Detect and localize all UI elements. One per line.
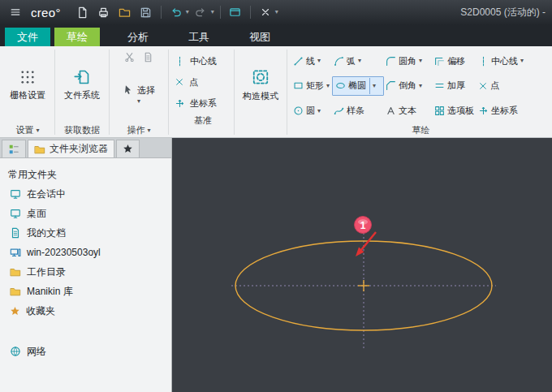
- ribbon-button-offset[interactable]: 偏移: [433, 51, 477, 71]
- close-window-icon[interactable]: [257, 3, 274, 21]
- point-icon: [175, 77, 184, 87]
- redo-chevron-icon[interactable]: ▾: [211, 9, 214, 15]
- open-icon[interactable]: [116, 3, 134, 21]
- sketch-canvas[interactable]: 1: [172, 138, 552, 392]
- datum-csys-button[interactable]: 坐标系: [175, 93, 231, 114]
- ribbon-tabbar: 文件 草绘 分析 工具 视图: [0, 24, 552, 46]
- tab-view[interactable]: 视图: [237, 28, 282, 46]
- construction-mode-icon: [252, 68, 270, 86]
- save-icon[interactable]: [137, 3, 155, 21]
- ribbon-group-settings: 栅格设置 设置 ▾: [2, 47, 54, 137]
- ribbon-button-spline[interactable]: 样条: [332, 101, 384, 121]
- ribbon-button-palette[interactable]: 选项板: [433, 101, 477, 121]
- chevron-down-icon: ▾: [36, 127, 39, 134]
- step-badge-number: 1: [360, 220, 366, 231]
- chevron-down-icon[interactable]: ▾: [137, 98, 140, 105]
- navigator-panel: 文件夹浏览器 常用文件夹 在会话中 桌面 我的文档 win-2023050: [0, 138, 172, 392]
- ribbon-button-label: 矩形: [306, 80, 324, 92]
- folder-item-computer[interactable]: win-20230503oyl: [0, 243, 171, 262]
- folder-item-network[interactable]: 网络: [0, 342, 171, 361]
- group-label-settings[interactable]: 设置 ▾: [2, 123, 54, 137]
- canvas-background: [172, 138, 552, 392]
- close-chevron-icon[interactable]: ▾: [275, 9, 278, 15]
- datum-centerline-button[interactable]: 中心线: [175, 50, 231, 71]
- datum-point-button[interactable]: 点: [175, 71, 231, 93]
- folder-item-label: 网络: [27, 345, 46, 359]
- ribbon-button-line[interactable]: 线 ▾: [291, 51, 332, 71]
- ribbon-button-point[interactable]: 点: [477, 76, 532, 96]
- ribbon-button-arc[interactable]: 弧 ▾: [332, 51, 384, 71]
- ribbon-divider: [287, 50, 287, 135]
- tab-analysis[interactable]: 分析: [115, 28, 161, 46]
- ribbon-button-label: 弧: [347, 55, 356, 67]
- tab-tools[interactable]: 工具: [176, 28, 222, 46]
- grid-settings-button[interactable]: 栅格设置: [2, 47, 54, 123]
- file-system-button[interactable]: 文件系统: [56, 47, 108, 123]
- datum-label: 坐标系: [190, 97, 217, 110]
- tab-model-tree[interactable]: [2, 140, 26, 157]
- file-system-label: 文件系统: [64, 89, 100, 101]
- ellipse-dropdown[interactable]: ▾: [369, 78, 378, 94]
- folder-item-label: Manikin 库: [27, 285, 73, 299]
- select-button[interactable]: 选择 ▾: [110, 65, 167, 123]
- ribbon-button-circle[interactable]: 圆 ▾: [291, 101, 332, 121]
- folder-item-manikin-library[interactable]: Manikin 库: [0, 282, 171, 301]
- print-icon[interactable]: [95, 3, 113, 21]
- group-label-text: 设置: [15, 124, 33, 136]
- chevron-down-icon[interactable]: ▾: [419, 58, 422, 64]
- tab-sketch[interactable]: 草绘: [54, 28, 100, 46]
- ribbon-button-ellipse[interactable]: 椭圆 ▾: [332, 76, 384, 96]
- chevron-down-icon[interactable]: ▾: [358, 58, 361, 64]
- undo-icon[interactable]: [167, 3, 185, 21]
- coordinate-system-icon: [175, 98, 185, 109]
- ribbon-button-fillet[interactable]: 圆角 ▾: [384, 51, 433, 71]
- folder-icon: [10, 286, 21, 297]
- ribbon-button-label: 线: [306, 55, 315, 67]
- cut-icon[interactable]: [124, 52, 135, 62]
- group-label-operations[interactable]: 操作 ▾: [110, 123, 167, 137]
- ribbon-button-label: 圆: [306, 105, 315, 117]
- folder-icon: [34, 144, 45, 155]
- menu-icon[interactable]: [6, 3, 24, 21]
- favorites-icon: [123, 144, 133, 154]
- document-title: S2D0005 (活动的) -: [460, 6, 546, 19]
- tab-folder-browser[interactable]: 文件夹浏览器: [28, 140, 114, 157]
- session-icon: [10, 188, 21, 200]
- file-system-icon: [74, 69, 90, 85]
- chevron-down-icon[interactable]: ▾: [326, 83, 330, 89]
- ribbon-divider: [234, 50, 235, 135]
- circle-icon: [293, 106, 304, 116]
- ribbon-button-chamfer[interactable]: 倒角 ▾: [384, 76, 433, 96]
- arc-icon: [334, 56, 344, 67]
- documents-icon: [10, 227, 21, 239]
- canvas-svg: 1: [172, 138, 552, 392]
- folder-item-desktop[interactable]: 桌面: [0, 204, 171, 223]
- window-icon[interactable]: [226, 3, 244, 21]
- chevron-down-icon[interactable]: ▾: [317, 108, 321, 114]
- construction-mode-button[interactable]: 构造模式: [235, 47, 286, 123]
- common-folders-header: 常用文件夹: [0, 165, 171, 184]
- ribbon-button-text[interactable]: 文本: [384, 101, 433, 121]
- construction-mode-label: 构造模式: [243, 90, 278, 102]
- tab-file[interactable]: 文件: [5, 28, 50, 46]
- ribbon-button-centerline[interactable]: 中心线 ▾: [477, 51, 532, 71]
- folder-item-my-documents[interactable]: 我的文档: [0, 223, 171, 243]
- folder-item-working-directory[interactable]: 工作目录: [0, 262, 171, 282]
- chevron-down-icon[interactable]: ▾: [317, 58, 321, 64]
- paste-icon[interactable]: [143, 52, 153, 62]
- undo-chevron-icon[interactable]: ▾: [186, 9, 189, 15]
- ribbon-button-csys[interactable]: 坐标系: [477, 101, 532, 121]
- tab-favorites[interactable]: [116, 140, 140, 157]
- new-file-icon[interactable]: [74, 3, 92, 21]
- coordinate-system-icon: [478, 106, 489, 116]
- ribbon-divider: [109, 50, 110, 135]
- ribbon-button-thicken[interactable]: 加厚: [433, 76, 477, 96]
- computer-icon: [10, 247, 21, 258]
- chevron-down-icon[interactable]: ▾: [419, 83, 422, 89]
- datum-label: 点: [189, 76, 198, 88]
- folder-item-in-session[interactable]: 在会话中: [0, 184, 171, 204]
- ribbon-button-rectangle[interactable]: 矩形 ▾: [291, 76, 332, 96]
- ribbon-group-get-data: 文件系统 获取数据: [56, 47, 108, 137]
- folder-item-favorites[interactable]: 收藏夹: [0, 301, 171, 321]
- chevron-down-icon[interactable]: ▾: [520, 58, 524, 64]
